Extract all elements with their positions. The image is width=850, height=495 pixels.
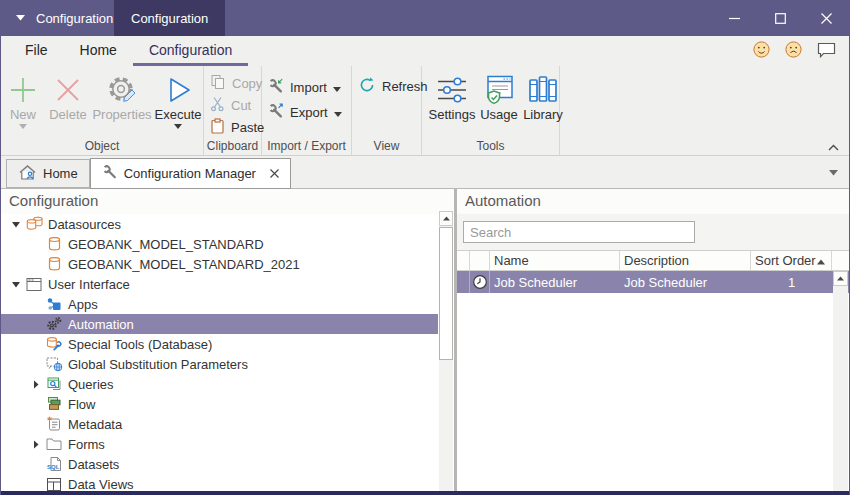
usage-shield-icon bbox=[482, 71, 516, 108]
expander-collapsed-icon[interactable] bbox=[27, 440, 45, 449]
refresh-icon bbox=[358, 76, 376, 97]
automation-toolbar bbox=[457, 214, 849, 250]
tree-scrollbar[interactable] bbox=[439, 211, 453, 491]
menu-file[interactable]: File bbox=[9, 36, 64, 66]
export-button[interactable]: Export bbox=[268, 100, 347, 125]
search-input[interactable] bbox=[463, 221, 695, 243]
library-button[interactable]: Library bbox=[520, 69, 566, 122]
tree-item-apps[interactable]: Apps bbox=[1, 294, 438, 314]
column-header-name[interactable]: Name bbox=[490, 251, 620, 270]
usage-button[interactable]: Usage bbox=[478, 69, 520, 122]
column-header-description[interactable]: Description bbox=[620, 251, 751, 270]
configuration-panel: Configuration Datasources GEOBANK_MODEL_… bbox=[1, 189, 457, 491]
menubar: File Home Configuration bbox=[1, 36, 849, 66]
tree-item-flow[interactable]: Flow bbox=[1, 394, 438, 414]
comment-bubble-icon[interactable] bbox=[817, 42, 836, 61]
happy-face-icon[interactable] bbox=[753, 41, 770, 61]
tree-item-geobank-model-standard-2021[interactable]: GEOBANK_MODEL_STANDARD_2021 bbox=[1, 254, 438, 274]
tab-configuration-manager[interactable]: Configuration Manager bbox=[90, 158, 291, 189]
menu-home[interactable]: Home bbox=[64, 36, 133, 66]
column-header-sort-order[interactable]: Sort Order bbox=[751, 251, 832, 270]
execute-button[interactable]: Execute bbox=[153, 69, 203, 133]
properties-button[interactable]: Properties bbox=[91, 69, 153, 133]
database-wrench-icon bbox=[45, 336, 63, 352]
copy-button[interactable]: Copy bbox=[210, 72, 257, 94]
ribbon-group-view: Refresh View bbox=[352, 66, 422, 155]
tree-item-forms[interactable]: Forms bbox=[1, 434, 438, 454]
ribbon-group-clipboard: Copy Cut Paste Clipboard bbox=[204, 66, 262, 155]
settings-button[interactable]: Settings bbox=[426, 69, 478, 122]
cut-scissors-icon bbox=[210, 96, 225, 115]
tree-item-geobank-model-standard[interactable]: GEOBANK_MODEL_STANDARD bbox=[1, 234, 438, 254]
sad-face-icon[interactable] bbox=[785, 41, 802, 61]
new-dropdown-caret-icon bbox=[19, 124, 27, 133]
new-icon bbox=[8, 71, 38, 108]
grid-scrollbar[interactable] bbox=[833, 271, 848, 491]
titlebar-document-tab[interactable]: Configuration bbox=[114, 0, 225, 36]
tree-item-special-tools-database[interactable]: Special Tools (Database) bbox=[1, 334, 438, 354]
tree-item-user-interface[interactable]: User Interface bbox=[1, 274, 438, 294]
datasource-icon bbox=[45, 256, 63, 272]
maximize-icon bbox=[775, 13, 786, 24]
copy-icon bbox=[210, 74, 226, 93]
new-button[interactable]: New bbox=[1, 69, 45, 133]
tab-list-caret-icon[interactable] bbox=[829, 170, 838, 176]
clock-icon bbox=[470, 271, 490, 293]
paste-button[interactable]: Paste bbox=[210, 116, 257, 138]
automation-panel-title: Automation bbox=[457, 189, 849, 214]
tree-item-datasets[interactable]: SQL Datasets bbox=[1, 454, 438, 474]
tree-item-data-views[interactable]: Data Views bbox=[1, 474, 438, 491]
menu-configuration[interactable]: Configuration bbox=[133, 36, 248, 66]
cell-sort-order: 1 bbox=[751, 271, 832, 293]
window-menu-caret-icon[interactable] bbox=[16, 15, 25, 21]
tree-item-global-substitution-parameters[interactable]: Global Substitution Parameters bbox=[1, 354, 438, 374]
close-icon bbox=[821, 13, 832, 24]
ribbon-group-tools: Settings Usage Library Tools bbox=[422, 66, 560, 155]
table-row-job-scheduler[interactable]: Job Scheduler Job Scheduler 1 bbox=[457, 271, 849, 293]
refresh-button[interactable]: Refresh bbox=[358, 75, 417, 97]
svg-text:SQL: SQL bbox=[47, 464, 60, 470]
grid-header: Name Description Sort Order bbox=[457, 250, 849, 271]
feedback-icons bbox=[753, 36, 836, 66]
scroll-up-arrow-icon[interactable] bbox=[439, 211, 453, 226]
minimize-button[interactable] bbox=[711, 0, 757, 36]
gears-icon bbox=[45, 316, 63, 332]
tab-home-label: Home bbox=[43, 166, 78, 181]
close-tab-icon[interactable] bbox=[270, 169, 279, 178]
tab-home[interactable]: Home bbox=[6, 159, 90, 188]
expander-expanded-icon[interactable] bbox=[7, 221, 25, 228]
close-button[interactable] bbox=[803, 0, 849, 36]
maximize-button[interactable] bbox=[757, 0, 803, 36]
automation-panel: Automation Name Description Sort Order bbox=[457, 189, 849, 491]
tree-item-metadata[interactable]: Metadata bbox=[1, 414, 438, 434]
expander-expanded-icon[interactable] bbox=[7, 281, 25, 288]
tree-item-datasources[interactable]: Datasources bbox=[1, 214, 438, 234]
flow-icon bbox=[45, 396, 63, 412]
query-icon bbox=[45, 376, 63, 392]
tree-item-queries[interactable]: Queries bbox=[1, 374, 438, 394]
bottom-window-edge bbox=[1, 491, 849, 495]
expander-collapsed-icon[interactable] bbox=[27, 380, 45, 389]
app-title: Configuration... bbox=[36, 11, 124, 26]
collapse-ribbon-chevron-icon[interactable] bbox=[828, 144, 839, 151]
home-icon bbox=[18, 164, 37, 184]
sql-icon: SQL bbox=[45, 456, 63, 472]
tree-item-automation[interactable]: Automation bbox=[1, 314, 438, 334]
scroll-up-arrow-icon[interactable] bbox=[833, 271, 848, 286]
execute-dropdown-caret-icon bbox=[174, 124, 182, 133]
delete-icon bbox=[53, 71, 83, 108]
app-window: Configuration... Configuration File Home… bbox=[0, 0, 850, 495]
group-label-clipboard: Clipboard bbox=[204, 139, 261, 153]
tree-scrollbar-thumb[interactable] bbox=[439, 227, 453, 360]
row-indicator-column-header[interactable] bbox=[457, 251, 470, 270]
content-area: Configuration Datasources GEOBANK_MODEL_… bbox=[1, 189, 849, 491]
titlebar: Configuration... Configuration bbox=[1, 0, 849, 36]
wrench-icon bbox=[102, 164, 118, 183]
import-button[interactable]: Import bbox=[268, 75, 347, 100]
library-books-icon bbox=[527, 71, 559, 108]
datasource-icon bbox=[45, 236, 63, 252]
icon-column-header[interactable] bbox=[470, 251, 490, 270]
delete-button[interactable]: Delete bbox=[45, 69, 91, 133]
row-indicator-cell bbox=[457, 271, 470, 293]
cut-button[interactable]: Cut bbox=[210, 94, 257, 116]
